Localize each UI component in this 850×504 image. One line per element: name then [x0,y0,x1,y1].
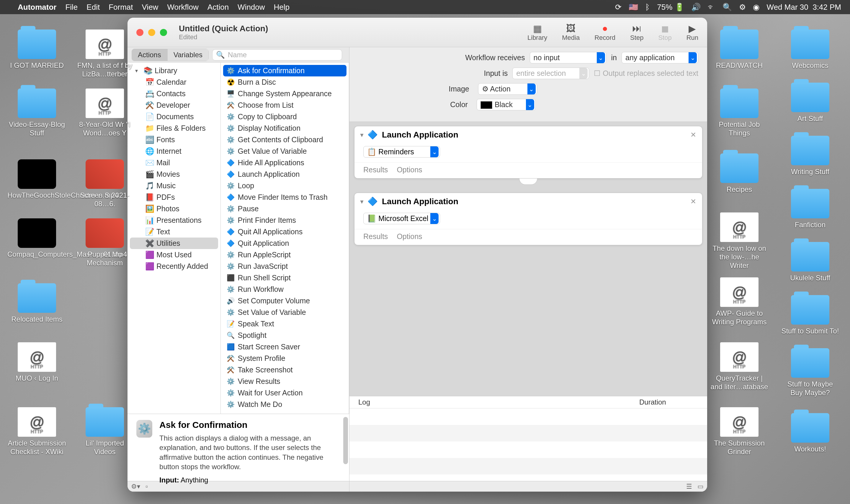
sidebar-item-most-used[interactable]: 🟪Most Used [127,249,220,260]
disclosure-icon[interactable]: ▾ [360,131,363,138]
action-display-notification[interactable]: ⚙️Display Notification [223,123,346,134]
menu-action[interactable]: Action [207,3,229,12]
sidebar-item-music[interactable]: 🎵Music [127,180,220,192]
control-center-icon[interactable]: ⚙ [739,3,746,12]
actions-tab[interactable]: Actions [132,49,167,61]
desktop-icon[interactable]: Stuff to Submit To! [779,295,841,336]
action-view-results[interactable]: ⚙️View Results [223,376,346,387]
action-set-computer-volume[interactable]: 🔊Set Computer Volume [223,295,346,307]
bluetooth-icon[interactable]: ᛒ [645,3,650,12]
sidebar-item-movies[interactable]: 🎬Movies [127,168,220,180]
library-button[interactable]: ▦Library [527,23,547,42]
desktop-icon[interactable]: Art Stuff [779,83,841,123]
gear-menu-icon[interactable]: ⚙▾ [131,483,140,490]
desktop-icon[interactable]: @FMN, a list of f by LizBa…tterber [74,30,136,78]
action-spotlight[interactable]: 🔍Spotlight [223,330,346,341]
spotlight-icon[interactable]: 🔍 [723,3,732,12]
sidebar-item-presentations[interactable]: 📊Presentations [127,215,220,226]
application-picker[interactable]: 📗 Microsoft Excel [363,213,440,224]
action-wait-for-user-action[interactable]: ⚙️Wait for User Action [223,387,346,399]
action-start-screen-saver[interactable]: 🟦Start Screen Saver [223,341,346,353]
desktop-icon[interactable]: READ/WATCH [708,30,770,70]
menu-workflow[interactable]: Workflow [167,3,198,12]
desktop-icon[interactable]: Recipes [708,154,770,194]
workflow-action-header[interactable]: ▾ 🔷 Launch Application ✕ [355,126,702,143]
action-quit-all-applications[interactable]: 🔷Quit All Applications [223,226,346,237]
stop-button[interactable]: ◼Stop [658,23,671,42]
search-input[interactable]: 🔍 Name [212,49,342,60]
workflow-action-0[interactable]: ▾ 🔷 Launch Application ✕ 📋 Reminders Res… [354,126,702,179]
action-change-system-appearance[interactable]: 🖥️Change System Appearance [223,88,346,100]
desktop-icon[interactable]: HowTheGoochStoleChristmas.mp4 [6,159,68,200]
desktop-icon[interactable]: @AWP- Guide to Writing Programs [708,277,770,326]
run-button[interactable]: ▶Run [687,23,698,42]
workflow-action-1[interactable]: ▾ 🔷 Launch Application ✕ 📗 Microsoft Exc… [354,193,702,245]
desktop-icon[interactable]: Puppet Mo Mechanism [74,218,136,267]
sidebar-item-documents[interactable]: 📄Documents [127,111,220,123]
sidebar-item-mail[interactable]: ✉️Mail [127,157,220,168]
action-take-screenshot[interactable]: ⚒️Take Screenshot [223,364,346,376]
remove-action-button[interactable]: ✕ [690,131,696,139]
options-button[interactable]: Options [397,165,422,174]
action-set-value-of-variable[interactable]: ⚙️Set Value of Variable [223,307,346,318]
variables-tab[interactable]: Variables [167,49,209,61]
sidebar-item-files-folders[interactable]: 📁Files & Folders [127,123,220,134]
menu-window[interactable]: Window [238,3,265,12]
list-view-icon[interactable]: ☰ [686,483,692,490]
log-view-icon[interactable]: ▭ [698,483,704,490]
sidebar-item-recently-added[interactable]: 🟪Recently Added [127,260,220,272]
action-watch-me-do[interactable]: ⚙️Watch Me Do [223,399,346,410]
siri-icon[interactable]: ◉ [753,3,760,12]
action-run-shell-script[interactable]: ⬛Run Shell Script [223,272,346,284]
action-loop[interactable]: ⚙️Loop [223,180,346,192]
application-select[interactable]: any application [621,52,698,64]
app-menu[interactable]: Automator [18,3,56,12]
image-select[interactable]: ⚙ Action [478,83,537,95]
desktop-icon[interactable]: Screen S 2021-08…6. [74,159,136,208]
description-scrollbar[interactable] [343,417,348,464]
color-select[interactable]: Black [477,99,536,110]
duration-column-header[interactable]: Duration [639,398,698,406]
action-get-contents-of-clipboard[interactable]: ⚙️Get Contents of Clipboard [223,134,346,145]
results-button[interactable]: Results [363,232,388,241]
record-button[interactable]: ●Record [594,23,615,42]
desktop-icon[interactable]: @The Submission Grinder [708,407,770,456]
action-print-finder-items[interactable]: ⚙️Print Finder Items [223,215,346,226]
sidebar-item-calendar[interactable]: 📅Calendar [127,76,220,88]
action-speak-text[interactable]: 📝Speak Text [223,318,346,330]
action-get-value-of-variable[interactable]: ⚙️Get Value of Variable [223,145,346,157]
desktop-icon[interactable]: I GOT MARRIED [6,30,68,70]
desktop-icon[interactable]: @Article Submission Checklist - XWiki [6,407,68,456]
action-run-javascript[interactable]: ⚙️Run JavaScript [223,260,346,272]
application-picker[interactable]: 📋 Reminders [363,146,440,158]
results-button[interactable]: Results [363,165,388,174]
desktop-icon[interactable]: Webcomics [779,30,841,70]
action-system-profile[interactable]: ⚒️System Profile [223,353,346,364]
remove-action-button[interactable]: ✕ [690,197,696,206]
log-column-header[interactable]: Log [358,398,639,406]
sidebar-item-pdfs[interactable]: 📕PDFs [127,192,220,203]
menu-file[interactable]: File [65,3,78,12]
wifi-icon[interactable]: ᯤ [708,3,716,12]
action-run-workflow[interactable]: ⚙️Run Workflow [223,284,346,295]
menu-view[interactable]: View [142,3,159,12]
desktop-icon[interactable]: @The down low on the low-…he Writer [708,213,770,270]
action-ask-for-confirmation[interactable]: ⚙️Ask for Confirmation [223,65,346,76]
menu-help[interactable]: Help [274,3,290,12]
desktop-icon[interactable]: Writing Stuff [779,136,841,176]
sidebar-item-internet[interactable]: 🌐Internet [127,145,220,157]
desktop-icon[interactable]: Ukulele Stuff [779,242,841,282]
desktop-icon[interactable]: Relocated Items [6,283,68,324]
action-burn-a-disc[interactable]: ☢️Burn a Disc [223,76,346,88]
receives-select[interactable]: no input [530,52,607,64]
toggle-description-icon[interactable]: ▫ [145,483,148,490]
media-button[interactable]: 🖼Media [562,23,580,42]
menu-format[interactable]: Format [109,3,133,12]
disclosure-icon[interactable]: ▾ [360,198,363,205]
action-copy-to-clipboard[interactable]: ⚙️Copy to Clipboard [223,111,346,123]
action-move-finder-items-to-trash[interactable]: 🔷Move Finder Items to Trash [223,192,346,203]
minimize-button[interactable] [148,29,155,36]
desktop-icon[interactable]: Stuff to Maybe Buy Maybe? [779,348,841,397]
desktop-icon[interactable]: Potential Job Things [708,89,770,138]
sidebar-item-contacts[interactable]: 📇Contacts [127,88,220,100]
